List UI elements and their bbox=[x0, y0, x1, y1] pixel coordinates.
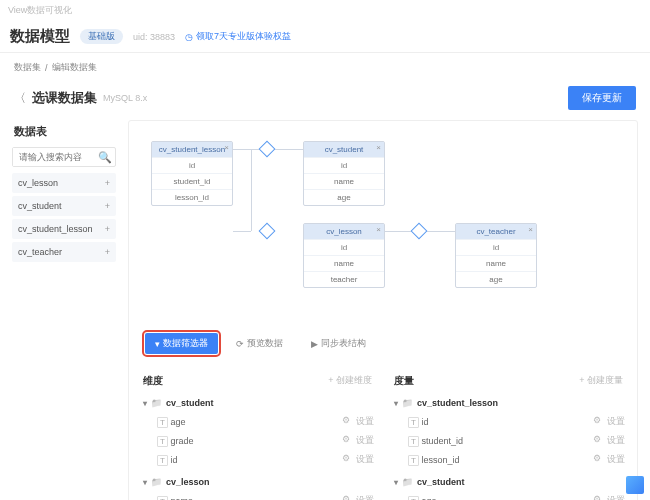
er-node[interactable]: cv_student_lesson× idstudent_idlesson_id bbox=[151, 141, 233, 206]
config-link[interactable]: 设置 bbox=[607, 415, 625, 428]
group-header[interactable]: cv_student bbox=[392, 473, 625, 491]
group-header[interactable]: cv_student_lesson bbox=[392, 394, 625, 412]
er-diagram: cv_student_lesson× idstudent_idlesson_id… bbox=[141, 133, 625, 313]
gear-icon[interactable] bbox=[342, 415, 350, 428]
sidebar: 数据表 🔍 cv_lesson+cv_student+cv_student_le… bbox=[12, 120, 116, 500]
gear-icon[interactable] bbox=[593, 453, 601, 466]
table-item[interactable]: cv_teacher+ bbox=[12, 242, 116, 262]
chevron-down-icon bbox=[394, 477, 398, 487]
table-item[interactable]: cv_lesson+ bbox=[12, 173, 116, 193]
folder-icon bbox=[402, 477, 413, 487]
folder-icon bbox=[151, 477, 162, 487]
search-icon[interactable]: 🔍 bbox=[95, 148, 115, 166]
panel-title: 度量 bbox=[394, 374, 414, 388]
tab-bar: ▾数据筛选器 ⟳预览数据 ▶同步表结构 bbox=[141, 327, 625, 360]
uid-label: uid: 38883 bbox=[133, 32, 175, 42]
er-node[interactable]: cv_teacher× idnameage bbox=[455, 223, 537, 288]
page-title: 选课数据集 bbox=[32, 89, 97, 107]
app-title: 数据模型 bbox=[10, 27, 70, 46]
add-measure[interactable]: + 创建度量 bbox=[579, 374, 623, 388]
tab-filter[interactable]: ▾数据筛选器 bbox=[145, 333, 218, 354]
text-type-icon bbox=[408, 455, 419, 465]
config-link[interactable]: 设置 bbox=[607, 453, 625, 466]
close-icon[interactable]: × bbox=[376, 225, 381, 234]
close-icon[interactable]: × bbox=[528, 225, 533, 234]
group-header[interactable]: cv_student bbox=[141, 394, 374, 412]
text-type-icon bbox=[157, 417, 168, 427]
text-type-icon bbox=[157, 455, 168, 465]
crumb-current: 编辑数据集 bbox=[52, 61, 97, 74]
gear-icon[interactable] bbox=[342, 453, 350, 466]
field-row[interactable]: age设置 bbox=[392, 491, 625, 500]
text-type-icon bbox=[408, 496, 419, 501]
group-header[interactable]: cv_lesson bbox=[141, 473, 374, 491]
field-row[interactable]: id设置 bbox=[141, 450, 374, 469]
field-row[interactable]: grade设置 bbox=[141, 431, 374, 450]
gear-icon[interactable] bbox=[342, 494, 350, 500]
plus-icon[interactable]: + bbox=[105, 201, 110, 211]
gear-icon[interactable] bbox=[593, 415, 601, 428]
er-node[interactable]: cv_lesson× idnameteacher bbox=[303, 223, 385, 288]
save-button[interactable]: 保存更新 bbox=[568, 86, 636, 110]
config-link[interactable]: 设置 bbox=[607, 434, 625, 447]
edition-badge: 基础版 bbox=[80, 29, 123, 44]
search-box: 🔍 bbox=[12, 147, 116, 167]
breadcrumb: 数据集 / 编辑数据集 bbox=[0, 53, 650, 82]
field-row[interactable]: id设置 bbox=[392, 412, 625, 431]
table-item[interactable]: cv_student_lesson+ bbox=[12, 219, 116, 239]
db-version: MySQL 8.x bbox=[103, 93, 147, 103]
gear-icon[interactable] bbox=[593, 434, 601, 447]
search-input[interactable] bbox=[13, 148, 95, 166]
sticky-note-icon[interactable] bbox=[626, 476, 644, 494]
chevron-down-icon bbox=[394, 398, 398, 408]
plus-icon[interactable]: + bbox=[105, 178, 110, 188]
folder-icon bbox=[402, 398, 413, 408]
plus-icon[interactable]: + bbox=[105, 224, 110, 234]
product-tag: View数据可视化 bbox=[0, 0, 650, 21]
refresh-icon: ⟳ bbox=[236, 339, 244, 349]
add-dimension[interactable]: + 创建维度 bbox=[328, 374, 372, 388]
tab-sync[interactable]: ▶同步表结构 bbox=[301, 333, 376, 354]
chevron-down-icon bbox=[143, 477, 147, 487]
field-row[interactable]: lesson_id设置 bbox=[392, 450, 625, 469]
field-row[interactable]: age设置 bbox=[141, 412, 374, 431]
join-icon[interactable] bbox=[259, 141, 276, 158]
measures-panel: 度量+ 创建度量 cv_student_lesson id设置 student_… bbox=[392, 370, 625, 500]
folder-icon bbox=[151, 398, 162, 408]
config-link[interactable]: 设置 bbox=[356, 494, 374, 500]
tab-preview[interactable]: ⟳预览数据 bbox=[226, 333, 293, 354]
gear-icon[interactable] bbox=[342, 434, 350, 447]
join-icon[interactable] bbox=[259, 223, 276, 240]
config-link[interactable]: 设置 bbox=[356, 453, 374, 466]
config-link[interactable]: 设置 bbox=[356, 415, 374, 428]
promo-text: 领取7天专业版体验权益 bbox=[196, 30, 291, 43]
text-type-icon bbox=[157, 496, 168, 501]
crumb-root[interactable]: 数据集 bbox=[14, 61, 41, 74]
close-icon[interactable]: × bbox=[224, 143, 229, 152]
app-header: 数据模型 基础版 uid: 38883 ◷ 领取7天专业版体验权益 bbox=[0, 21, 650, 53]
filter-icon: ▾ bbox=[155, 339, 160, 349]
sidebar-heading: 数据表 bbox=[12, 120, 116, 143]
er-node[interactable]: cv_student× idnameage bbox=[303, 141, 385, 206]
gear-icon[interactable] bbox=[593, 494, 601, 500]
text-type-icon bbox=[408, 417, 419, 427]
table-item[interactable]: cv_student+ bbox=[12, 196, 116, 216]
close-icon[interactable]: × bbox=[376, 143, 381, 152]
join-icon[interactable] bbox=[411, 223, 428, 240]
config-link[interactable]: 设置 bbox=[356, 434, 374, 447]
field-row[interactable]: name设置 bbox=[141, 491, 374, 500]
crumb-sep: / bbox=[45, 63, 48, 73]
play-icon: ▶ bbox=[311, 339, 318, 349]
config-link[interactable]: 设置 bbox=[607, 494, 625, 500]
title-bar: 〈 选课数据集 MySQL 8.x 保存更新 bbox=[0, 82, 650, 120]
field-row[interactable]: student_id设置 bbox=[392, 431, 625, 450]
dimensions-panel: 维度+ 创建维度 cv_student age设置 grade设置 id设置cv… bbox=[141, 370, 374, 500]
text-type-icon bbox=[157, 436, 168, 446]
chevron-down-icon bbox=[143, 398, 147, 408]
clock-icon: ◷ bbox=[185, 32, 193, 42]
back-icon[interactable]: 〈 bbox=[14, 90, 26, 107]
canvas: cv_student_lesson× idstudent_idlesson_id… bbox=[128, 120, 638, 500]
plus-icon[interactable]: + bbox=[105, 247, 110, 257]
text-type-icon bbox=[408, 436, 419, 446]
promo-link[interactable]: ◷ 领取7天专业版体验权益 bbox=[185, 30, 291, 43]
